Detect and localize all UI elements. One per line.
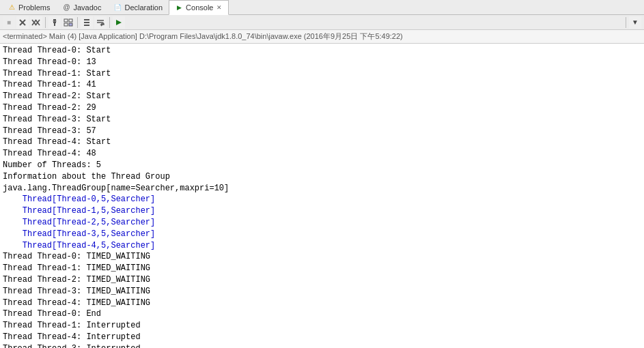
view-menu-button[interactable]: ▼ [629,16,641,29]
svg-rect-11 [64,23,68,26]
tab-declaration[interactable]: Declaration [107,0,169,15]
console-line: Thread Thread-0: Start [3,45,641,57]
declaration-icon [113,3,122,12]
console-line: Thread[Thread-2,5,Searcher] [3,217,641,229]
console-line: Thread Thread-3: 57 [3,126,641,137]
console-line: Thread Thread-0: End [3,308,641,320]
tab-console-label: Console [186,3,213,12]
tab-javadoc[interactable]: Javadoc [56,0,107,15]
console-line: Thread Thread-4: TIMED_WAITING [3,298,641,309]
javadoc-icon [62,3,70,12]
console-line: Thread Thread-1: Interrupted [3,320,641,332]
svg-rect-14 [84,22,89,23]
console-line: Thread Thread-2: 29 [3,102,641,114]
svg-marker-16 [116,20,122,25]
svg-rect-15 [84,25,89,26]
status-bar: <terminated> Main (4) [Java Application]… [0,30,644,44]
console-line: Thread Thread-4: Interrupted [3,332,641,343]
tab-problems[interactable]: Problems [1,0,56,15]
console-line: Thread Thread-2: Start [3,91,641,102]
sep3 [109,17,110,28]
open-console-button[interactable] [113,16,125,29]
console-toolbar: ■ [0,15,644,30]
console-line: java.lang.ThreadGroup[name=Searcher,maxp… [3,183,641,194]
console-line: Thread[Thread-1,5,Searcher] [3,205,641,217]
console-line: Thread Thread-3: TIMED_WAITING [3,286,641,298]
remove-button[interactable] [16,16,29,29]
console-line: Thread Thread-2: TIMED_WAITING [3,274,641,286]
sep4 [626,17,626,28]
display-selected-button[interactable] [62,16,74,29]
console-output[interactable]: Thread Thread-0: StartThread Thread-0: 1… [0,44,644,348]
console-line: Thread[Thread-0,5,Searcher] [3,194,641,205]
svg-rect-13 [84,19,89,20]
tab-problems-label: Problems [18,3,50,12]
tab-javadoc-label: Javadoc [73,3,101,12]
console-line: Information about the Thread Group [3,171,641,183]
remove-all-button[interactable] [30,16,42,29]
console-line: Thread Thread-4: Start [3,136,641,148]
tab-declaration-label: Declaration [124,3,163,12]
tab-bar: Problems Javadoc Declaration Console ✕ [0,0,644,15]
pin-button[interactable] [48,16,61,29]
console-line: Thread Thread-0: 13 [3,57,641,68]
console-line: Thread Thread-3: Interrupted [3,343,641,348]
console-line: Thread Thread-1: TIMED_WAITING [3,263,641,274]
status-text: <terminated> Main (4) [Java Application]… [3,31,403,42]
console-line: Thread Thread-1: 41 [3,79,641,91]
terminate-button[interactable]: ■ [3,16,15,29]
tab-console[interactable]: Console ✕ [169,0,229,15]
console-line: Thread Thread-3: Start [3,114,641,126]
svg-rect-10 [69,19,72,22]
sep1 [45,17,46,28]
svg-rect-12 [69,23,72,26]
console-line: Number of Threads: 5 [3,160,641,171]
console-line: Thread Thread-0: TIMED_WAITING [3,251,641,263]
problems-icon [8,3,16,12]
console-close-button[interactable]: ✕ [216,4,223,11]
word-wrap-button[interactable] [94,16,107,29]
console-icon [175,3,183,12]
console-line: Thread Thread-1: Start [3,68,641,80]
svg-rect-9 [64,19,68,22]
console-line: Thread[Thread-4,5,Searcher] [3,240,641,252]
console-line: Thread Thread-4: 48 [3,148,641,160]
console-line: Thread[Thread-3,5,Searcher] [3,229,641,240]
sep2 [77,17,78,28]
scroll-lock-button[interactable] [81,16,93,29]
